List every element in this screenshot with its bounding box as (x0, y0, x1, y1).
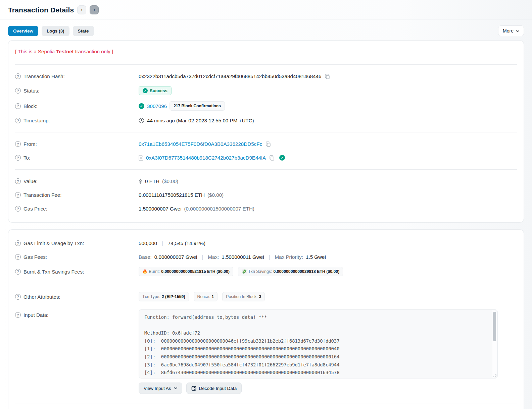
help-icon[interactable]: ? (15, 178, 21, 184)
gas-limit-label: Gas Limit & Usage by Txn: (23, 240, 84, 246)
chevron-right-icon: › (93, 7, 95, 12)
help-icon[interactable]: ? (15, 141, 21, 147)
help-icon[interactable]: ? (15, 103, 21, 109)
copy-icon (265, 141, 271, 147)
gas-price-eth: (0.000000001500000007 ETH) (184, 206, 254, 212)
to-label: To: (23, 155, 30, 161)
gas-used-value: 74,545 (14.91%) (168, 240, 205, 246)
value-label: Value: (23, 178, 38, 184)
copy-hash-button[interactable] (324, 74, 331, 79)
help-icon[interactable]: ? (15, 312, 21, 318)
transaction-hash-label: Transaction Hash: (23, 73, 65, 79)
burnt-label: Burnt: (149, 269, 160, 274)
help-icon[interactable]: ? (15, 155, 21, 161)
txn-savings-label: Txn Savings: (248, 269, 272, 274)
nonce-badge: Nonce: 1 (194, 292, 218, 301)
status-badge-text: Success (150, 88, 167, 93)
row-to: ? To: 0xA3f07D6773514480b918C2742b027b3a… (15, 151, 517, 165)
page-header: Transaction Details ‹ › (8, 0, 524, 19)
prev-transaction-button[interactable]: ‹ (77, 5, 86, 14)
to-address-link[interactable]: 0xA3f07D6773514480b918C2742b027b3acD9E44… (146, 155, 266, 161)
tab-overview[interactable]: Overview (8, 26, 38, 36)
from-label: From: (23, 141, 37, 147)
help-icon[interactable]: ? (15, 240, 21, 246)
transaction-fee-amount: 0.000111817500521815 ETH (139, 192, 205, 198)
help-icon[interactable]: ? (15, 88, 21, 94)
status-badge: ✓ Success (139, 86, 172, 95)
txn-savings-badge: 💸 Txn Savings: 0.00000000000029818 ETH (… (238, 267, 343, 276)
block-finalized-icon: ✓ (139, 103, 144, 109)
input-data-actions: View Input As Decode Input Data (139, 383, 517, 394)
check-circle-icon: ✓ (143, 88, 148, 93)
row-burnt-savings: ? Burnt & Txn Savings Fees: 🔥 Burnt: 0.0… (15, 264, 517, 279)
base-fee-label: Base: (139, 254, 152, 260)
divider (15, 284, 517, 284)
nonce-value: 1 (211, 294, 214, 299)
row-from: ? From: 0x71a1Eb6534054E75F0D6fD0A3B0A33… (15, 137, 517, 151)
row-value: ? Value: 0 ETH ($0.00) (15, 174, 517, 188)
copy-to-address-button[interactable] (269, 155, 275, 161)
view-input-as-label: View Input As (144, 386, 171, 391)
more-label: More (503, 28, 514, 34)
cube-icon (191, 386, 196, 391)
gas-limit-value: 500,000 (139, 240, 157, 246)
row-block: ? Block: ✓ 3007096 217 Block Confirmatio… (15, 98, 517, 114)
input-data-text: Function: forward(address to,bytes data)… (139, 310, 497, 378)
fire-icon: 🔥 (142, 269, 147, 274)
row-transaction-hash: ? Transaction Hash: 0x2322b311adcb5da737… (15, 69, 517, 83)
other-attributes-label: Other Attributes: (23, 294, 60, 300)
help-icon[interactable]: ? (15, 294, 21, 300)
verified-contract-icon: ✓ (279, 155, 285, 161)
copy-icon (325, 74, 330, 79)
position-in-block-value: 3 (259, 294, 261, 299)
help-icon[interactable]: ? (15, 118, 21, 123)
burnt-value: 0.000000000000521815 ETH ($0.00) (161, 269, 230, 274)
value-amount: 0 ETH (145, 178, 159, 184)
transaction-fee-label: Transaction Fee: (23, 192, 61, 198)
resize-handle-icon[interactable] (493, 374, 496, 377)
input-data-scrollbar[interactable] (492, 310, 497, 377)
transaction-fee-usd: ($0.00) (207, 192, 224, 198)
decode-input-data-button[interactable]: Decode Input Data (186, 383, 242, 394)
block-label: Block: (23, 103, 37, 109)
gas-fees-label: Gas Fees: (23, 254, 47, 260)
help-icon[interactable]: ? (15, 73, 21, 79)
help-icon[interactable]: ? (15, 206, 21, 212)
from-address-link[interactable]: 0x71a1Eb6534054E75F0D6fD0A3B0A336228DD5c… (139, 141, 262, 147)
help-icon[interactable]: ? (15, 192, 21, 198)
tab-logs[interactable]: Logs (3) (42, 26, 69, 36)
chevron-down-icon (174, 387, 177, 389)
divider (15, 64, 517, 65)
next-transaction-button[interactable]: › (90, 5, 99, 14)
scrollbar-thumb[interactable] (493, 312, 496, 341)
gas-price-label: Gas Price: (23, 206, 47, 212)
money-wings-icon: 💸 (242, 269, 247, 274)
txn-type-value: 2 (EIP-1559) (162, 294, 185, 299)
testnet-warning: [ This is a Sepolia Testnet transaction … (15, 47, 517, 60)
timestamp-value: 44 mins ago (Mar-02-2023 12:55:00 PM +UT… (147, 118, 254, 123)
gas-price-amount: 1.500000007 Gwei (139, 206, 182, 212)
burnt-fees-badge: 🔥 Burnt: 0.000000000000521815 ETH ($0.00… (139, 267, 233, 276)
copy-from-address-button[interactable] (265, 141, 272, 147)
input-data-box[interactable]: Function: forward(address to,bytes data)… (139, 309, 498, 378)
input-data-label: Input Data: (23, 312, 48, 318)
row-gas-price: ? Gas Price: 1.500000007 Gwei (0.0000000… (15, 202, 517, 216)
row-transaction-fee: ? Transaction Fee: 0.000111817500521815 … (15, 188, 517, 202)
tab-state[interactable]: State (73, 26, 94, 36)
transaction-hash-value: 0x2322b311adcb5da737d012cdcf71a4a29f4068… (139, 73, 321, 79)
divider (15, 404, 517, 404)
chevron-down-icon (516, 30, 519, 32)
max-priority-value: 1.5 Gwei (306, 254, 326, 260)
timestamp-label: Timestamp: (23, 118, 50, 123)
overview-card-gas: ? Gas Limit & Usage by Txn: 500,000 | 74… (8, 229, 524, 409)
row-status: ? Status: ✓ Success (15, 83, 517, 98)
txn-type-label: Txn Type: (142, 294, 160, 299)
overview-card-main: [ This is a Sepolia Testnet transaction … (8, 40, 524, 223)
block-number-link[interactable]: 3007096 (147, 103, 167, 109)
help-icon[interactable]: ? (15, 254, 21, 260)
view-input-as-button[interactable]: View Input As (139, 383, 182, 394)
help-icon[interactable]: ? (15, 269, 21, 275)
more-dropdown-button[interactable]: More (498, 25, 524, 36)
page-title: Transaction Details (8, 6, 74, 14)
block-confirmations-badge: 217 Block Confirmations (170, 101, 225, 111)
